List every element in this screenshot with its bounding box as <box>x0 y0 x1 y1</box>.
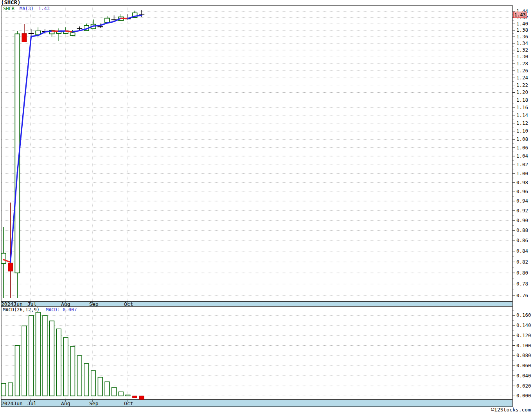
price-axis-label: 0.90 <box>516 217 528 223</box>
price-axis-label: 0.80 <box>516 270 528 276</box>
price-tag-label: 1.43 <box>514 12 526 18</box>
chart-title: (SHCR) <box>1 0 21 5</box>
macd-bar-positive <box>22 326 27 396</box>
macd-panel-legend: MACD(26,12,9)MACD:-0.007 <box>3 307 77 312</box>
price-axis-label: 1.16 <box>516 104 528 110</box>
copyright-label: ©12Stocks.com <box>491 407 531 413</box>
month-label: Sep <box>89 400 99 406</box>
macd-bar-positive <box>43 315 47 396</box>
macd-axis-label: 0.020 <box>516 383 531 389</box>
price-axis-label: 1.12 <box>516 120 528 126</box>
price-axis-label: 1.14 <box>516 112 528 118</box>
macd-bar-positive <box>84 364 89 396</box>
price-axis-label: 0.92 <box>516 208 528 214</box>
macd-bar-negative <box>139 396 144 399</box>
ma-line-segment <box>59 31 66 31</box>
legend-ma-value: 1.43 <box>38 6 50 11</box>
macd-bar-positive <box>126 395 130 396</box>
price-panel-legend: SHCRMA(3)1.43 <box>3 6 50 11</box>
price-axis-label: 1.00 <box>516 171 528 176</box>
month-label: 2024Jun <box>1 400 23 406</box>
month-label: 2024Jun <box>1 301 23 307</box>
ma-line-segment <box>73 31 80 32</box>
macd-bar-positive <box>98 377 102 396</box>
macd-bar-positive <box>119 392 123 396</box>
macd-bar-positive <box>105 382 110 396</box>
macd-axis-label: 0.060 <box>516 363 531 368</box>
price-axis-label: 0.88 <box>516 227 528 233</box>
price-axis-label: 0.84 <box>516 248 528 254</box>
price-axis-label: 1.02 <box>516 162 528 167</box>
month-label: Sep <box>89 301 99 307</box>
macd-axis-label: 0.000 <box>516 393 531 399</box>
price-axis-label: 1.24 <box>516 75 528 81</box>
price-axis-label: 1.22 <box>516 82 528 88</box>
stock-chart-page: 1.441.421.401.381.361.341.321.301.281.26… <box>0 0 532 413</box>
price-axis-label: 1.40 <box>516 21 528 27</box>
price-axis-label: 1.32 <box>516 47 528 53</box>
month-label: Jul <box>27 301 36 307</box>
price-axis-label: 1.28 <box>516 61 528 66</box>
month-label: Aug <box>61 400 70 406</box>
ma-line-segment <box>31 36 38 37</box>
candle-body-down <box>8 263 13 271</box>
macd-axis-label: 0.160 <box>516 312 531 318</box>
legend-ma-label: MA(3) <box>20 6 34 11</box>
price-axis-label: 1.26 <box>516 68 528 74</box>
macd-bar-negative <box>133 396 137 398</box>
month-label: Aug <box>61 301 70 307</box>
price-axis-label: 1.08 <box>516 136 528 142</box>
macd-bar-positive <box>91 371 96 396</box>
candle-body-up <box>105 18 110 22</box>
macd-bar-positive <box>112 387 117 396</box>
candle-body-up <box>1 253 6 264</box>
macd-axis-label: 0.080 <box>516 352 531 358</box>
macd-bar-positive <box>50 321 54 396</box>
month-label: Oct <box>124 400 133 406</box>
macd-legend-label: MACD(26,12,9) <box>3 307 40 312</box>
price-axis-label: 0.94 <box>516 198 528 204</box>
macd-bar-positive <box>8 383 13 396</box>
macd-axis-label: 0.100 <box>516 343 531 348</box>
ma-line-segment <box>52 31 59 31</box>
price-axis-label: 1.04 <box>516 153 528 159</box>
macd-bar-positive <box>77 356 82 396</box>
ma-line-segment <box>121 18 128 19</box>
price-axis-label: 1.10 <box>516 128 528 134</box>
candle-body-down <box>22 34 27 42</box>
macd-axis-label: 0.040 <box>516 373 531 379</box>
price-axis-label: 0.96 <box>516 189 528 194</box>
month-label: Oct <box>124 301 133 307</box>
macd-bar-positive <box>36 312 41 396</box>
ma-line-segment <box>100 23 107 25</box>
ma-line-segment <box>66 31 73 32</box>
candle-body-up <box>70 33 75 36</box>
macd-bar-positive <box>56 329 61 396</box>
price-axis-label: 0.76 <box>516 293 528 298</box>
price-axis-label: 1.06 <box>516 145 528 151</box>
ma-line-segment <box>93 25 101 26</box>
macd-bar-positive <box>70 347 75 396</box>
macd-axis-label: 0.120 <box>516 332 531 338</box>
macd-bar-positive <box>1 383 6 396</box>
price-axis-label: 1.36 <box>516 34 528 40</box>
price-axis-label: 1.34 <box>516 40 528 46</box>
macd-legend-value: MACD:-0.007 <box>46 307 77 312</box>
price-axis-label: 0.78 <box>516 281 528 287</box>
price-axis-label: 1.30 <box>516 54 528 59</box>
month-label: Jul <box>27 400 36 406</box>
month-band-top <box>1 302 512 306</box>
candle-body-up <box>56 32 61 34</box>
month-band-bottom <box>1 400 512 407</box>
ma-line-segment <box>24 36 31 103</box>
macd-axis-label: 0.140 <box>516 322 531 328</box>
stock-chart-svg: 1.441.421.401.381.361.341.321.301.281.26… <box>0 0 532 413</box>
macd-bar-positive <box>15 346 20 396</box>
price-axis-label: 0.98 <box>516 180 528 185</box>
price-axis-label: 0.86 <box>516 237 528 243</box>
macd-bar-positive <box>63 338 68 396</box>
legend-symbol: SHCR <box>3 6 14 11</box>
price-axis-label: 1.18 <box>516 97 528 103</box>
price-axis-label: 1.20 <box>516 89 528 95</box>
price-axis-label: 1.38 <box>516 27 528 33</box>
